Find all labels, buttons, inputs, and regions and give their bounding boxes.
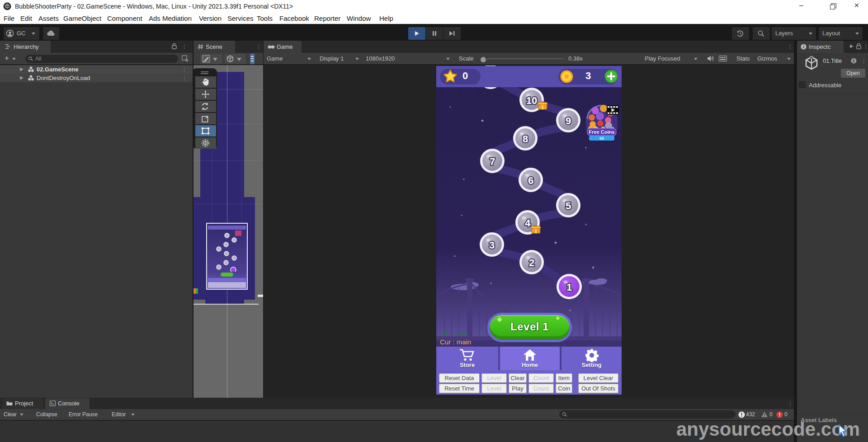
svg-text:Free Coins: Free Coins bbox=[589, 129, 615, 135]
svg-text:68: 68 bbox=[599, 136, 604, 141]
svg-text:7: 7 bbox=[490, 156, 495, 167]
svg-text:1: 1 bbox=[566, 282, 572, 293]
svg-text:4: 4 bbox=[525, 217, 531, 229]
svg-text:Ver : main: Ver : main bbox=[442, 331, 468, 337]
svg-text:Cur : main: Cur : main bbox=[440, 338, 471, 346]
svg-text:9: 9 bbox=[566, 115, 571, 127]
svg-text:10: 10 bbox=[526, 95, 537, 106]
svg-text:5: 5 bbox=[566, 200, 571, 212]
svg-text:6: 6 bbox=[528, 175, 533, 186]
svg-text:3: 3 bbox=[489, 240, 495, 251]
svg-text:8: 8 bbox=[523, 133, 528, 145]
svg-text:2: 2 bbox=[529, 257, 534, 268]
